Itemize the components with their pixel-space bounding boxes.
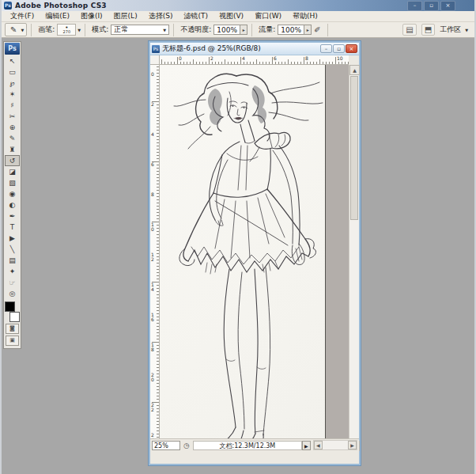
tool-preset-picker[interactable]: ✎ ▼ — [5, 23, 27, 36]
close-icon[interactable]: × — [440, 1, 455, 11]
ruler-number: 6 — [151, 162, 154, 167]
brush-preset-picker[interactable]: • 270 — [57, 24, 76, 36]
history-brush-tool[interactable]: ↺ — [5, 155, 20, 166]
ruler-tick — [157, 193, 159, 194]
ruler-tick — [157, 231, 159, 232]
canvas-area[interactable] — [160, 65, 349, 451]
quick-selection-tool[interactable]: ✶ — [5, 89, 20, 100]
ruler-tick — [157, 332, 159, 333]
ruler-tick — [190, 62, 191, 64]
vertical-scroll-thumb[interactable] — [350, 76, 358, 220]
timer-icon: ◷ — [183, 442, 190, 449]
flow-value: 100% — [281, 26, 301, 34]
menu-item-1[interactable]: 编辑(E) — [40, 10, 75, 22]
quick-mask-button[interactable]: ◙ — [6, 324, 19, 334]
ps-logo[interactable]: Ps — [5, 43, 20, 55]
hand-tool[interactable]: ☞ — [5, 277, 20, 288]
ruler-tick — [157, 298, 159, 298]
vertical-scrollbar[interactable]: ▲ ▼ — [349, 65, 359, 451]
crop-tool[interactable]: ♯ — [5, 100, 20, 111]
scroll-left-icon[interactable]: ◀ — [314, 441, 323, 449]
ruler-tick — [157, 158, 159, 159]
menu-item-6[interactable]: 视图(V) — [213, 10, 249, 22]
scroll-right-icon[interactable]: ▶ — [348, 441, 357, 449]
ruler-tick — [187, 62, 187, 64]
type-tool[interactable]: T — [5, 222, 20, 233]
canvas-paper[interactable] — [160, 65, 326, 451]
menu-item-5[interactable]: 滤镜(T) — [178, 10, 213, 22]
zoom-level-input[interactable]: 25% — [152, 441, 180, 450]
menu-item-4[interactable]: 选择(S) — [143, 10, 179, 22]
bridge-icon[interactable]: ⬒ — [421, 24, 435, 36]
ruler-tick — [247, 62, 247, 64]
ruler-tick — [157, 301, 159, 301]
ruler-tick — [157, 408, 159, 409]
workspace-menu[interactable]: 工作区 ▼ — [440, 25, 468, 35]
ruler-tick — [281, 62, 282, 64]
doc-maximize-icon[interactable]: ▫ — [333, 44, 345, 53]
document-window: Ps 无标题-6.psd @ 25%(RGB/8) – ▫ × 02468101… — [149, 41, 361, 465]
pen-tool[interactable]: ✒ — [5, 210, 20, 222]
line-tool[interactable]: ╲ — [5, 244, 20, 255]
path-selection-tool[interactable]: ▶ — [5, 233, 20, 244]
rectangular-marquee-tool[interactable]: ▭ — [5, 66, 20, 78]
move-tool[interactable]: ↖ — [5, 55, 20, 66]
menu-item-2[interactable]: 图像(I) — [75, 10, 108, 22]
notes-tool[interactable]: ▤ — [5, 255, 20, 266]
blend-mode-select[interactable]: 正常 ▼ — [111, 25, 169, 35]
divider — [85, 24, 85, 36]
ruler-tick — [231, 62, 232, 64]
divider — [327, 24, 328, 36]
healing-brush-tool[interactable]: ⊕ — [5, 122, 20, 133]
gradient-tool[interactable]: ▧ — [5, 177, 20, 188]
document-title-bar[interactable]: Ps 无标题-6.psd @ 25%(RGB/8) – ▫ × — [150, 43, 359, 55]
menu-item-0[interactable]: 文件(F) — [5, 10, 40, 22]
flow-input[interactable]: 100% — [278, 25, 304, 35]
eraser-tool[interactable]: ◪ — [5, 166, 20, 177]
menu-item-3[interactable]: 图层(L) — [108, 10, 143, 22]
ruler-tick — [157, 225, 159, 226]
clone-stamp-tool[interactable]: ♜ — [5, 144, 20, 155]
opacity-slider-button[interactable]: ▸ — [240, 25, 247, 35]
horizontal-scrollbar[interactable]: ◀ ▶ — [313, 440, 357, 450]
ruler-tick — [338, 62, 339, 64]
doc-close-icon[interactable]: × — [346, 44, 357, 53]
flow-slider-button[interactable]: ▸ — [304, 25, 312, 35]
maximize-icon[interactable]: ▫ — [424, 1, 439, 11]
ruler-tick — [157, 114, 159, 115]
vertical-ruler[interactable]: 024681 01 21 41 61 82 02 22 4 — [150, 65, 160, 451]
ruler-tick — [291, 62, 292, 64]
app-title-bar[interactable]: Ps Adobe Photoshop CS3 – ▫ × — [2, 0, 474, 11]
foreground-color-swatch[interactable] — [5, 301, 15, 312]
menu-item-7[interactable]: 窗口(W) — [249, 10, 287, 22]
ruler-tick — [157, 418, 159, 419]
scroll-up-icon[interactable]: ▲ — [349, 65, 360, 75]
ruler-tick — [157, 228, 159, 229]
slice-tool[interactable]: ✂ — [5, 111, 20, 122]
ruler-tick — [157, 111, 159, 112]
ruler-tick — [212, 62, 213, 64]
doc-minimize-icon[interactable]: – — [320, 44, 332, 53]
ruler-tick — [288, 59, 289, 64]
palette-dock-icon[interactable]: ▤ — [402, 24, 416, 36]
screen-mode-button[interactable]: ▣ — [6, 336, 19, 346]
background-color-swatch[interactable] — [9, 312, 20, 322]
photoshop-window: Ps Adobe Photoshop CS3 – ▫ × 文件(F)编辑(E)图… — [0, 0, 476, 474]
lasso-tool[interactable]: ℘ — [5, 78, 20, 89]
eyedropper-tool[interactable]: ✦ — [5, 266, 20, 277]
status-menu-arrow-icon[interactable]: ▶ — [302, 441, 311, 450]
ruler-tick — [157, 323, 159, 324]
opacity-input[interactable]: 100% — [213, 25, 240, 35]
dodge-tool[interactable]: ◐ — [5, 199, 20, 210]
minimize-icon[interactable]: – — [407, 1, 422, 11]
ruler-tick — [157, 142, 159, 143]
airbrush-icon[interactable]: ✐ — [314, 25, 320, 34]
menu-item-8[interactable]: 帮助(H) — [287, 10, 323, 22]
ruler-tick — [157, 85, 159, 86]
ruler-tick — [244, 62, 244, 64]
blur-tool[interactable]: ◉ — [5, 188, 20, 199]
zoom-tool[interactable]: ◎ — [5, 288, 20, 299]
brush-tool[interactable]: ✎ — [5, 133, 20, 144]
ruler-tick — [157, 168, 159, 169]
horizontal-ruler[interactable]: 024681012 — [160, 55, 349, 65]
